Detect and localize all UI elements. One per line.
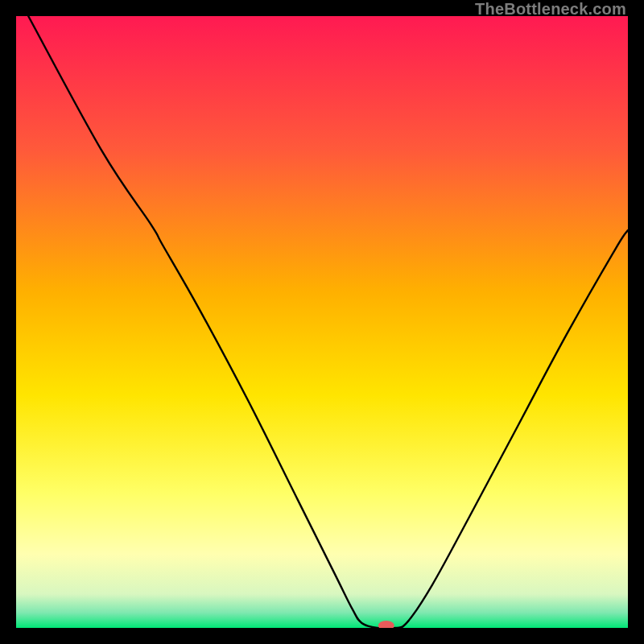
chart-frame — [16, 16, 628, 628]
gradient-background — [16, 16, 628, 628]
chart-svg — [16, 16, 628, 628]
watermark-text: TheBottleneck.com — [475, 0, 626, 19]
